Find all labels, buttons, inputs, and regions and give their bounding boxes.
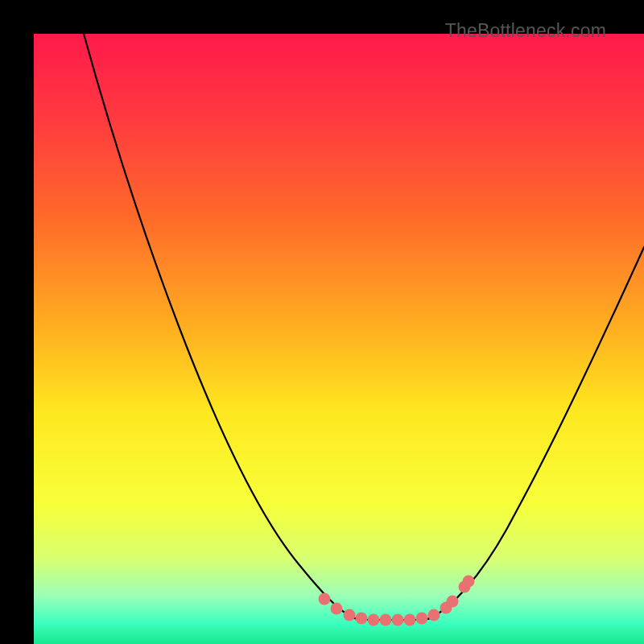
chart-frame: TheBottleneck.com — [0, 0, 644, 644]
data-marker — [368, 614, 380, 626]
chart-svg — [34, 34, 644, 644]
gradient-background — [34, 34, 644, 644]
watermark-text: TheBottleneck.com — [445, 20, 606, 42]
data-marker — [331, 603, 343, 615]
data-marker — [392, 614, 404, 626]
data-marker — [416, 613, 428, 625]
data-marker — [356, 613, 368, 625]
plot-area — [34, 34, 644, 644]
data-marker — [428, 609, 440, 621]
data-marker — [344, 609, 356, 621]
data-marker — [404, 614, 416, 626]
data-marker — [319, 593, 331, 605]
data-marker — [447, 596, 459, 608]
data-marker — [463, 576, 475, 588]
data-marker — [380, 614, 392, 626]
